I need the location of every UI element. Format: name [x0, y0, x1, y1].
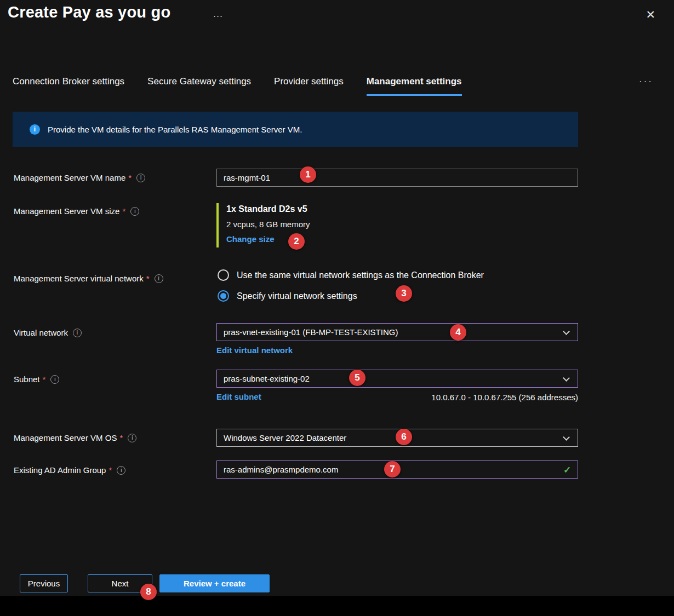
vm-name-label: Management Server VM name * i	[14, 173, 145, 182]
tab-label: Management settings	[367, 76, 462, 87]
radio-unselected-icon	[218, 269, 229, 281]
annotation-badge-8: 8	[140, 584, 157, 600]
vm-size-label: Management Server VM size * i	[14, 206, 139, 216]
annotation-badge-6: 6	[396, 429, 412, 445]
vm-size-detail: 2 vcpus, 8 GB memory	[226, 220, 310, 229]
radio-label: Use the same virtual network settings as…	[237, 270, 484, 280]
info-banner: i Provide the VM details for the Paralle…	[13, 112, 578, 147]
chevron-down-icon	[563, 375, 570, 382]
radio-same-vnet-option[interactable]: Use the same virtual network settings as…	[218, 269, 484, 281]
tab-provider-settings[interactable]: Provider settings	[274, 76, 344, 96]
radio-specify-vnet-option[interactable]: Specify virtual network settings	[218, 290, 357, 302]
label-text: Management Server VM size	[14, 206, 119, 216]
required-asterisk: *	[146, 274, 150, 283]
edit-virtual-network-link[interactable]: Edit virtual network	[216, 346, 293, 355]
required-asterisk: *	[108, 465, 112, 475]
label-text: Management Server VM OS	[14, 433, 117, 442]
label-text: Existing AD Admin Group	[14, 465, 106, 475]
edit-subnet-link[interactable]: Edit subnet	[216, 392, 261, 401]
chevron-down-icon	[563, 434, 570, 441]
vm-name-input[interactable]	[216, 169, 578, 187]
page-title: Create Pay as you go	[8, 3, 170, 21]
tab-overflow-icon[interactable]: ···	[639, 76, 653, 87]
tab-management-settings[interactable]: Management settings	[367, 76, 462, 96]
info-tooltip-icon[interactable]: i	[130, 207, 139, 216]
ad-admin-group-label: Existing AD Admin Group * i	[14, 465, 125, 475]
annotation-badge-5: 5	[349, 370, 365, 386]
subnet-address-range: 10.0.67.0 - 10.0.67.255 (256 addresses)	[431, 393, 578, 402]
info-tooltip-icon[interactable]: i	[50, 375, 59, 384]
info-banner-text: Provide the VM details for the Parallels…	[48, 125, 302, 134]
tab-label: Connection Broker settings	[13, 76, 124, 87]
change-size-link[interactable]: Change size	[226, 234, 275, 244]
virtual-network-select[interactable]: pras-vnet-existing-01 (FB-MP-TEST-EXISTI…	[216, 323, 578, 341]
label-text: Virtual network	[14, 328, 68, 337]
vm-os-label: Management Server VM OS * i	[14, 433, 136, 442]
radio-selected-icon	[218, 290, 229, 302]
required-asterisk: *	[128, 173, 132, 182]
close-icon: ✕	[646, 8, 655, 21]
review-create-button[interactable]: Review + create	[159, 574, 270, 592]
info-tooltip-icon[interactable]: i	[73, 329, 82, 337]
virtual-network-label: Virtual network i	[14, 328, 82, 337]
annotation-badge-3: 3	[396, 285, 412, 302]
info-icon: i	[30, 124, 40, 135]
annotation-badge-4: 4	[450, 324, 466, 341]
info-tooltip-icon[interactable]: i	[155, 274, 163, 283]
previous-button[interactable]: Previous	[20, 574, 68, 592]
required-asterisk: *	[43, 375, 46, 384]
create-pay-as-you-go-dialog: Create Pay as you go … ✕ Connection Brok…	[0, 0, 674, 616]
virtual-network-choice-label: Management Server virtual network * i	[14, 274, 163, 283]
label-text: Subnet	[14, 375, 40, 384]
required-asterisk: *	[122, 206, 125, 216]
label-text: Management Server VM name	[14, 173, 125, 182]
tab-connection-broker-settings[interactable]: Connection Broker settings	[13, 76, 124, 96]
subnet-label: Subnet * i	[14, 375, 59, 384]
annotation-badge-2: 2	[288, 233, 305, 250]
subnet-value: pras-subnet-existing-02	[224, 374, 310, 383]
bottom-strip	[0, 596, 674, 616]
info-tooltip-icon[interactable]: i	[128, 434, 136, 442]
info-tooltip-icon[interactable]: i	[136, 174, 145, 182]
label-text: Management Server virtual network	[14, 274, 144, 283]
vm-size-value: 1x Standard D2s v5	[226, 204, 310, 214]
validation-check-icon: ✓	[563, 464, 571, 476]
virtual-network-value: pras-vnet-existing-01 (FB-MP-TEST-EXISTI…	[224, 327, 398, 337]
close-button[interactable]: ✕	[643, 7, 658, 22]
subnet-select[interactable]: pras-subnet-existing-02	[216, 370, 578, 388]
wizard-tabs: Connection Broker settings Secure Gatewa…	[13, 76, 462, 96]
required-asterisk: *	[119, 433, 123, 442]
radio-label: Specify virtual network settings	[237, 291, 357, 301]
annotation-badge-1: 1	[300, 166, 316, 183]
info-tooltip-icon[interactable]: i	[117, 466, 125, 475]
tab-secure-gateway-settings[interactable]: Secure Gateway settings	[147, 76, 251, 96]
tab-label: Secure Gateway settings	[147, 76, 251, 87]
title-more-icon: …	[213, 8, 224, 20]
tab-label: Provider settings	[274, 76, 344, 87]
vm-os-value: Windows Server 2022 Datacenter	[224, 433, 346, 442]
annotation-badge-7: 7	[384, 461, 401, 477]
chevron-down-icon	[563, 328, 570, 335]
